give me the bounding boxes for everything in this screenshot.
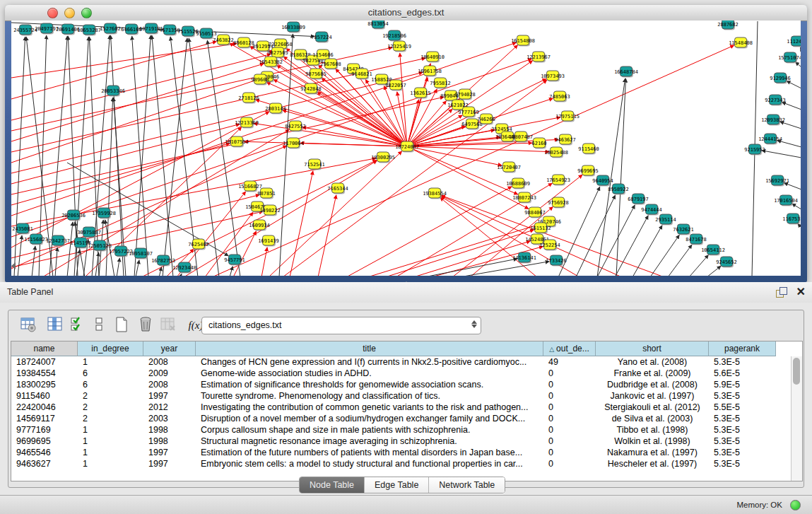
graph-node[interactable]: 7632621 [673, 224, 694, 235]
graph-node[interactable]: 19384554 [423, 188, 447, 199]
network-canvas[interactable]: 1872400718300295193845547463822896012889… [11, 21, 801, 276]
graph-node[interactable]: 9884067 [524, 207, 546, 218]
graph-node[interactable]: 62160 [531, 138, 546, 149]
graph-node[interactable]: 7165344 [327, 183, 348, 194]
graph-node[interactable]: 17016504 [774, 195, 798, 206]
window-titlebar[interactable]: citations_edges.txt [5, 5, 807, 21]
graph-node[interactable]: 15692971 [765, 175, 789, 187]
table-cell: 2003 [143, 413, 196, 424]
graph-node[interactable]: 1691439 [258, 235, 279, 247]
scrollbar-thumb[interactable] [793, 358, 800, 385]
graph-node[interactable]: 8958922 [608, 184, 629, 195]
graph-node[interactable]: 9245652 [716, 257, 737, 268]
graph-node[interactable]: 9699695 [577, 165, 599, 177]
table-row[interactable]: 1830029562008Estimation of significance … [11, 379, 792, 390]
table-row[interactable]: 946362711997Embryonic stem cells: a mode… [11, 458, 792, 469]
table-row[interactable]: 1938455462009Genome-wide association stu… [11, 368, 792, 379]
column-header-out_de[interactable]: △out_de... [543, 341, 596, 356]
tab-node-table[interactable]: Node Table [300, 477, 365, 493]
graph-node[interactable]: 20497197 [35, 23, 59, 35]
table-row[interactable]: 2242004622012Investigating the contribut… [11, 402, 792, 413]
graph-node[interactable]: 18640910 [420, 52, 445, 63]
graph-node[interactable]: 20053346 [101, 86, 125, 97]
graph-node[interactable]: 17359928 [92, 208, 116, 219]
graph-node[interactable]: 1733426 [546, 255, 567, 267]
graph-node[interactable]: 2803144 [265, 103, 286, 115]
graph-node[interactable]: 19218506 [382, 30, 406, 42]
graph-node[interactable]: 12093832 [761, 115, 785, 126]
graph-node[interactable]: 1167533 [782, 214, 801, 225]
graph-node[interactable]: 1112493 [787, 36, 801, 47]
graph-node[interactable]: 10654112 [701, 245, 725, 256]
table-row[interactable]: 1456911722003Disruption of a novel membe… [11, 413, 792, 424]
checkbox-list-icon[interactable] [89, 315, 109, 335]
column-header-year[interactable]: year [143, 341, 196, 356]
graph-node[interactable]: 7857224 [311, 32, 332, 43]
graph-node[interactable]: 8471678 [686, 234, 707, 245]
select-rows-icon[interactable] [68, 315, 88, 335]
graph-node[interactable]: 6879197 [628, 194, 649, 205]
table-cell: 9465546 [11, 447, 78, 458]
graph-node[interactable]: 2718126 [238, 93, 259, 104]
import-table-disabled-icon[interactable] [158, 315, 178, 335]
graph-node[interactable]: 15720407 [497, 162, 521, 173]
graph-node[interactable]: 15751074 [778, 52, 801, 64]
new-table-icon[interactable] [112, 315, 131, 335]
graph-node[interactable]: 9474444 [641, 204, 662, 216]
graph-node[interactable]: 11156823 [24, 234, 48, 245]
collapse-left-panel-icon[interactable] [11, 262, 16, 269]
graph-node[interactable]: 16154808 [511, 35, 535, 47]
svg-text:9463627: 9463627 [555, 137, 576, 143]
graph-node[interactable]: 9115460 [578, 144, 599, 155]
table-row[interactable]: 969969511998Structural magnetic resonanc… [11, 436, 792, 447]
delete-table-icon[interactable] [136, 315, 155, 335]
graph-node[interactable]: 11548408 [729, 37, 753, 49]
graph-node[interactable]: 2935114 [655, 214, 676, 226]
graph-node[interactable]: 1170064 [283, 138, 304, 149]
graph-node[interactable]: 887851 [257, 188, 275, 199]
table-select-dropdown[interactable]: citations_edges.txt [201, 317, 481, 334]
graph-node[interactable]: 7955812 [430, 78, 451, 89]
select-columns-icon[interactable] [45, 315, 65, 335]
graph-node[interactable]: 9463627 [555, 134, 576, 146]
column-header-short[interactable]: short [596, 341, 709, 356]
graph-node[interactable]: 17975115 [555, 111, 579, 122]
graph-node[interactable]: 12325419 [387, 41, 411, 52]
table-row[interactable]: 946554611997Estimation of the future num… [11, 447, 792, 458]
column-header-title[interactable]: title [196, 341, 543, 356]
tab-network-table[interactable]: Network Table [429, 477, 505, 493]
tab-edge-table[interactable]: Edge Table [365, 477, 429, 493]
graph-node[interactable]: 24355724 [13, 25, 37, 36]
table-cell: 5.9E-5 [709, 379, 776, 390]
graph-node[interactable]: 9215953 [744, 144, 765, 156]
graph-node[interactable]: 17654923 [546, 175, 570, 186]
graph-node[interactable]: 8813054 [367, 21, 389, 30]
table-settings-icon[interactable] [18, 315, 38, 335]
table-row[interactable]: 977716911998Corpus callosum shape and si… [11, 424, 792, 436]
column-header-in_degree[interactable]: in_degree [78, 341, 143, 356]
graph-node[interactable]: 16648784 [614, 66, 638, 78]
graph-node[interactable]: 1609934 [249, 220, 270, 231]
table-row[interactable]: 1872400712008Changes of HCN gene express… [11, 356, 792, 368]
column-header-pagerank[interactable]: pagerank [709, 341, 776, 356]
graph-node[interactable]: 10025488 [544, 147, 568, 158]
float-panel-icon[interactable] [776, 287, 787, 298]
column-header-name[interactable]: name [11, 341, 78, 356]
graph-node[interactable]: 7485063 [549, 91, 570, 103]
svg-text:9640954: 9640954 [592, 178, 613, 184]
graph-node[interactable]: 9227343 [765, 95, 786, 106]
graph-node[interactable]: 9756928 [548, 197, 569, 209]
table-cell: 22420046 [11, 402, 78, 413]
table-cell: 0 [543, 368, 596, 379]
graph-node[interactable]: 16033809 [281, 22, 305, 33]
graph-node[interactable]: 1362615 [410, 88, 431, 99]
graph-node[interactable]: 12213967 [526, 52, 551, 63]
table-vertical-scrollbar[interactable] [791, 356, 802, 481]
table-row[interactable]: 911546021997Tourette syndrome. Phenomeno… [11, 390, 792, 402]
graph-node[interactable]: 1527602 [100, 23, 121, 35]
graph-node[interactable]: 9129946 [770, 73, 791, 84]
close-panel-icon[interactable]: ✕ [796, 285, 806, 299]
graph-node[interactable]: 2435081 [12, 223, 33, 235]
graph-node[interactable]: 12444154 [758, 134, 782, 145]
graph-node[interactable]: 2887682 [717, 21, 739, 30]
